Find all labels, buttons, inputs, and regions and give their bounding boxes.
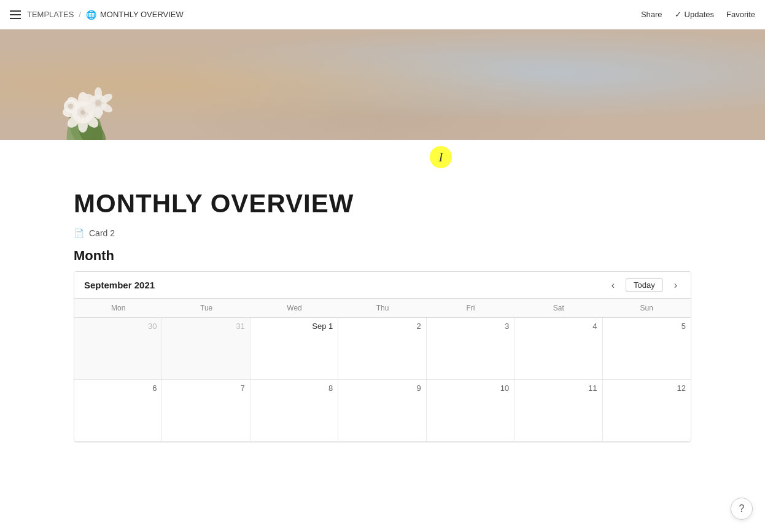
next-month-button[interactable]: ›: [670, 279, 681, 292]
breadcrumb-current-page: 🌐 MONTHLY OVERVIEW: [86, 10, 184, 20]
cal-cell-30[interactable]: 30: [74, 318, 162, 379]
calendar-header: September 2021 ‹ Today ›: [74, 272, 691, 299]
updates-button[interactable]: ✓ Updates: [675, 10, 714, 19]
cal-cell-6[interactable]: 6: [74, 380, 162, 441]
date-number: 31: [167, 322, 244, 331]
breadcrumb: TEMPLATES / 🌐 MONTHLY OVERVIEW: [27, 10, 184, 20]
breadcrumb-separator: /: [79, 10, 81, 19]
day-header-mon: Mon: [74, 299, 162, 317]
cal-cell-11[interactable]: 11: [515, 380, 602, 441]
day-header-sun: Sun: [603, 299, 691, 317]
prev-month-button[interactable]: ‹: [608, 279, 618, 292]
date-number: 7: [167, 384, 244, 393]
cal-cell-10[interactable]: 10: [427, 380, 515, 441]
document-icon: 📄: [74, 228, 84, 238]
cal-cell-31[interactable]: 31: [162, 318, 250, 379]
date-number: 10: [432, 384, 509, 393]
cal-cell-9[interactable]: 9: [338, 380, 426, 441]
date-number: 12: [608, 384, 686, 393]
day-header-thu: Thu: [338, 299, 426, 317]
svg-point-21: [95, 107, 102, 119]
topbar: TEMPLATES / 🌐 MONTHLY OVERVIEW Share ✓ U…: [0, 0, 765, 29]
calendar-nav: ‹ Today ›: [608, 278, 681, 292]
cal-cell-12[interactable]: 12: [603, 380, 691, 441]
card-link[interactable]: 📄 Card 2: [74, 228, 691, 238]
globe-icon: 🌐: [86, 10, 96, 20]
calendar: September 2021 ‹ Today › Mon Tue Wed Thu…: [74, 271, 691, 442]
date-number: Sep 1: [255, 322, 333, 331]
svg-point-17: [95, 100, 101, 106]
cal-cell-sep1[interactable]: Sep 1: [250, 318, 338, 379]
cal-cell-8[interactable]: 8: [250, 380, 338, 441]
calendar-month-label: September 2021: [84, 280, 155, 290]
cal-cell-4[interactable]: 4: [515, 318, 602, 379]
date-number: 2: [343, 322, 421, 331]
day-header-sat: Sat: [515, 299, 602, 317]
cursor-i-beam: I: [430, 146, 452, 168]
favorite-button[interactable]: Favorite: [726, 10, 755, 19]
topbar-right: Share ✓ Updates Favorite: [641, 10, 755, 19]
date-number: 3: [432, 322, 509, 331]
cal-cell-5[interactable]: 5: [603, 318, 691, 379]
calendar-row: 6 7 8 9 10 11 12: [74, 380, 691, 442]
cal-cell-3[interactable]: 3: [427, 318, 515, 379]
day-headers: Mon Tue Wed Thu Fri Sat Sun: [74, 299, 691, 318]
banner: [0, 29, 765, 140]
date-number: 8: [255, 384, 333, 393]
svg-point-26: [68, 104, 73, 109]
calendar-grid: 30 31 Sep 1 2 3 4 5: [74, 318, 691, 442]
checkmark-icon: ✓: [675, 10, 682, 19]
day-header-wed: Wed: [250, 299, 338, 317]
topbar-left: TEMPLATES / 🌐 MONTHLY OVERVIEW: [10, 10, 184, 20]
calendar-row: 30 31 Sep 1 2 3 4 5: [74, 318, 691, 380]
date-number: 5: [608, 322, 686, 331]
date-number: 6: [79, 384, 157, 393]
templates-link[interactable]: TEMPLATES: [27, 10, 74, 19]
date-number: 4: [519, 322, 597, 331]
date-number: 11: [519, 384, 597, 393]
date-number: 9: [343, 384, 421, 393]
page-title: MONTHLY OVERVIEW: [74, 189, 691, 218]
cal-cell-2[interactable]: 2: [338, 318, 426, 379]
hamburger-menu-icon[interactable]: [10, 10, 21, 19]
cal-cell-7[interactable]: 7: [162, 380, 250, 441]
floral-decoration: [49, 79, 123, 140]
date-number: 30: [79, 322, 157, 331]
day-header-tue: Tue: [162, 299, 250, 317]
svg-point-18: [95, 87, 102, 99]
main-content: I MONTHLY OVERVIEW 📄 Card 2 Month Septem…: [0, 140, 765, 442]
share-button[interactable]: Share: [641, 10, 662, 19]
help-button[interactable]: ?: [731, 498, 753, 520]
today-button[interactable]: Today: [626, 278, 663, 292]
day-header-fri: Fri: [427, 299, 515, 317]
month-heading: Month: [74, 248, 691, 264]
